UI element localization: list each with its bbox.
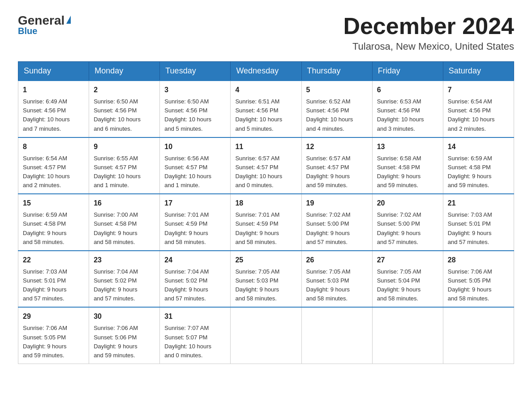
day-number: 27 bbox=[377, 255, 438, 265]
day-number: 12 bbox=[306, 141, 368, 152]
day-info: Sunrise: 6:57 AM Sunset: 4:57 PM Dayligh… bbox=[306, 154, 368, 190]
day-number: 15 bbox=[23, 198, 84, 209]
day-info: Sunrise: 6:54 AM Sunset: 4:57 PM Dayligh… bbox=[23, 154, 84, 190]
day-number: 18 bbox=[235, 198, 296, 209]
day-number: 26 bbox=[306, 255, 368, 265]
calendar-header-row: SundayMondayTuesdayWednesdayThursdayFrid… bbox=[18, 62, 514, 81]
calendar-cell: 30Sunrise: 7:06 AM Sunset: 5:06 PM Dayli… bbox=[89, 307, 160, 364]
day-number: 13 bbox=[377, 141, 438, 152]
day-number: 5 bbox=[306, 85, 368, 95]
calendar-cell: 5Sunrise: 6:52 AM Sunset: 4:56 PM Daylig… bbox=[301, 81, 372, 137]
calendar-table: SundayMondayTuesdayWednesdayThursdayFrid… bbox=[18, 61, 514, 364]
calendar-cell: 7Sunrise: 6:54 AM Sunset: 4:56 PM Daylig… bbox=[443, 81, 514, 137]
calendar-cell: 2Sunrise: 6:50 AM Sunset: 4:56 PM Daylig… bbox=[89, 81, 160, 137]
day-info: Sunrise: 7:01 AM Sunset: 4:59 PM Dayligh… bbox=[164, 210, 226, 247]
week-row-5: 29Sunrise: 7:06 AM Sunset: 5:05 PM Dayli… bbox=[18, 307, 514, 364]
calendar-cell: 19Sunrise: 7:02 AM Sunset: 5:00 PM Dayli… bbox=[301, 194, 372, 251]
day-number: 28 bbox=[448, 255, 509, 265]
calendar-cell: 21Sunrise: 7:03 AM Sunset: 5:01 PM Dayli… bbox=[443, 194, 514, 251]
title-block: December 2024 Tularosa, New Mexico, Unit… bbox=[343, 13, 514, 52]
day-info: Sunrise: 6:53 AM Sunset: 4:56 PM Dayligh… bbox=[377, 97, 438, 133]
day-info: Sunrise: 7:02 AM Sunset: 5:00 PM Dayligh… bbox=[377, 210, 438, 247]
day-number: 11 bbox=[235, 141, 296, 152]
day-number: 14 bbox=[448, 141, 509, 152]
day-info: Sunrise: 7:04 AM Sunset: 5:02 PM Dayligh… bbox=[164, 267, 226, 304]
calendar-header-tuesday: Tuesday bbox=[160, 62, 231, 81]
day-number: 24 bbox=[164, 255, 226, 265]
day-info: Sunrise: 7:05 AM Sunset: 5:03 PM Dayligh… bbox=[306, 267, 368, 304]
day-number: 10 bbox=[164, 141, 226, 152]
calendar-cell: 26Sunrise: 7:05 AM Sunset: 5:03 PM Dayli… bbox=[301, 251, 372, 308]
calendar-cell: 14Sunrise: 6:59 AM Sunset: 4:58 PM Dayli… bbox=[443, 137, 514, 194]
calendar-cell: 28Sunrise: 7:06 AM Sunset: 5:05 PM Dayli… bbox=[443, 251, 514, 308]
calendar-cell bbox=[372, 307, 443, 364]
calendar-cell: 24Sunrise: 7:04 AM Sunset: 5:02 PM Dayli… bbox=[160, 251, 231, 308]
calendar-cell: 27Sunrise: 7:05 AM Sunset: 5:04 PM Dayli… bbox=[372, 251, 443, 308]
day-info: Sunrise: 7:00 AM Sunset: 4:58 PM Dayligh… bbox=[94, 210, 155, 247]
calendar-header-monday: Monday bbox=[89, 62, 160, 81]
calendar-cell: 11Sunrise: 6:57 AM Sunset: 4:57 PM Dayli… bbox=[231, 137, 301, 194]
day-number: 29 bbox=[23, 311, 84, 322]
calendar-cell: 1Sunrise: 6:49 AM Sunset: 4:56 PM Daylig… bbox=[18, 81, 89, 137]
day-info: Sunrise: 7:06 AM Sunset: 5:06 PM Dayligh… bbox=[94, 324, 155, 360]
day-info: Sunrise: 6:50 AM Sunset: 4:56 PM Dayligh… bbox=[164, 97, 226, 133]
calendar-cell: 23Sunrise: 7:04 AM Sunset: 5:02 PM Dayli… bbox=[89, 251, 160, 308]
day-number: 30 bbox=[94, 311, 155, 322]
calendar-cell: 10Sunrise: 6:56 AM Sunset: 4:57 PM Dayli… bbox=[160, 137, 231, 194]
day-info: Sunrise: 6:57 AM Sunset: 4:57 PM Dayligh… bbox=[235, 154, 296, 190]
calendar-header-friday: Friday bbox=[372, 62, 443, 81]
day-info: Sunrise: 6:59 AM Sunset: 4:58 PM Dayligh… bbox=[23, 210, 84, 247]
calendar-cell: 9Sunrise: 6:55 AM Sunset: 4:57 PM Daylig… bbox=[89, 137, 160, 194]
day-info: Sunrise: 6:49 AM Sunset: 4:56 PM Dayligh… bbox=[23, 97, 84, 133]
calendar-cell: 31Sunrise: 7:07 AM Sunset: 5:07 PM Dayli… bbox=[160, 307, 231, 364]
day-info: Sunrise: 6:56 AM Sunset: 4:57 PM Dayligh… bbox=[164, 154, 226, 190]
calendar-cell: 29Sunrise: 7:06 AM Sunset: 5:05 PM Dayli… bbox=[18, 307, 89, 364]
day-info: Sunrise: 6:59 AM Sunset: 4:58 PM Dayligh… bbox=[448, 154, 509, 190]
day-info: Sunrise: 7:01 AM Sunset: 4:59 PM Dayligh… bbox=[235, 210, 296, 247]
calendar-cell: 18Sunrise: 7:01 AM Sunset: 4:59 PM Dayli… bbox=[231, 194, 301, 251]
day-number: 4 bbox=[235, 85, 296, 95]
calendar-cell: 8Sunrise: 6:54 AM Sunset: 4:57 PM Daylig… bbox=[18, 137, 89, 194]
day-number: 7 bbox=[448, 85, 509, 95]
day-number: 17 bbox=[164, 198, 226, 209]
calendar-header-sunday: Sunday bbox=[18, 62, 89, 81]
day-number: 1 bbox=[23, 85, 84, 95]
day-number: 20 bbox=[377, 198, 438, 209]
day-number: 16 bbox=[94, 198, 155, 209]
day-number: 19 bbox=[306, 198, 368, 209]
calendar-cell: 6Sunrise: 6:53 AM Sunset: 4:56 PM Daylig… bbox=[372, 81, 443, 137]
calendar-cell: 4Sunrise: 6:51 AM Sunset: 4:56 PM Daylig… bbox=[231, 81, 301, 137]
day-info: Sunrise: 7:04 AM Sunset: 5:02 PM Dayligh… bbox=[94, 267, 155, 304]
calendar-cell bbox=[301, 307, 372, 364]
calendar-cell: 22Sunrise: 7:03 AM Sunset: 5:01 PM Dayli… bbox=[18, 251, 89, 308]
day-info: Sunrise: 6:52 AM Sunset: 4:56 PM Dayligh… bbox=[306, 97, 368, 133]
page-subtitle: Tularosa, New Mexico, United States bbox=[343, 41, 514, 52]
day-info: Sunrise: 7:03 AM Sunset: 5:01 PM Dayligh… bbox=[448, 210, 509, 247]
calendar-cell: 15Sunrise: 6:59 AM Sunset: 4:58 PM Dayli… bbox=[18, 194, 89, 251]
calendar-cell: 12Sunrise: 6:57 AM Sunset: 4:57 PM Dayli… bbox=[301, 137, 372, 194]
calendar-cell: 16Sunrise: 7:00 AM Sunset: 4:58 PM Dayli… bbox=[89, 194, 160, 251]
calendar-cell: 3Sunrise: 6:50 AM Sunset: 4:56 PM Daylig… bbox=[160, 81, 231, 137]
page-title: December 2024 bbox=[343, 13, 514, 39]
day-number: 31 bbox=[164, 311, 226, 322]
day-info: Sunrise: 7:06 AM Sunset: 5:05 PM Dayligh… bbox=[23, 324, 84, 360]
calendar-header-thursday: Thursday bbox=[301, 62, 372, 81]
calendar-header-saturday: Saturday bbox=[443, 62, 514, 81]
week-row-4: 22Sunrise: 7:03 AM Sunset: 5:01 PM Dayli… bbox=[18, 251, 514, 308]
day-number: 6 bbox=[377, 85, 438, 95]
logo-triangle-icon bbox=[66, 16, 71, 24]
day-info: Sunrise: 7:05 AM Sunset: 5:03 PM Dayligh… bbox=[235, 267, 296, 304]
logo: General Blue bbox=[18, 13, 71, 36]
week-row-3: 15Sunrise: 6:59 AM Sunset: 4:58 PM Dayli… bbox=[18, 194, 514, 251]
calendar-cell: 13Sunrise: 6:58 AM Sunset: 4:58 PM Dayli… bbox=[372, 137, 443, 194]
page-header: General Blue December 2024 Tularosa, New… bbox=[18, 13, 514, 52]
day-info: Sunrise: 6:55 AM Sunset: 4:57 PM Dayligh… bbox=[94, 154, 155, 190]
calendar-cell: 25Sunrise: 7:05 AM Sunset: 5:03 PM Dayli… bbox=[231, 251, 301, 308]
day-info: Sunrise: 7:05 AM Sunset: 5:04 PM Dayligh… bbox=[377, 267, 438, 304]
day-number: 3 bbox=[164, 85, 226, 95]
day-info: Sunrise: 6:58 AM Sunset: 4:58 PM Dayligh… bbox=[377, 154, 438, 190]
day-number: 25 bbox=[235, 255, 296, 265]
calendar-cell: 20Sunrise: 7:02 AM Sunset: 5:00 PM Dayli… bbox=[372, 194, 443, 251]
day-info: Sunrise: 7:03 AM Sunset: 5:01 PM Dayligh… bbox=[23, 267, 84, 304]
calendar-cell: 17Sunrise: 7:01 AM Sunset: 4:59 PM Dayli… bbox=[160, 194, 231, 251]
